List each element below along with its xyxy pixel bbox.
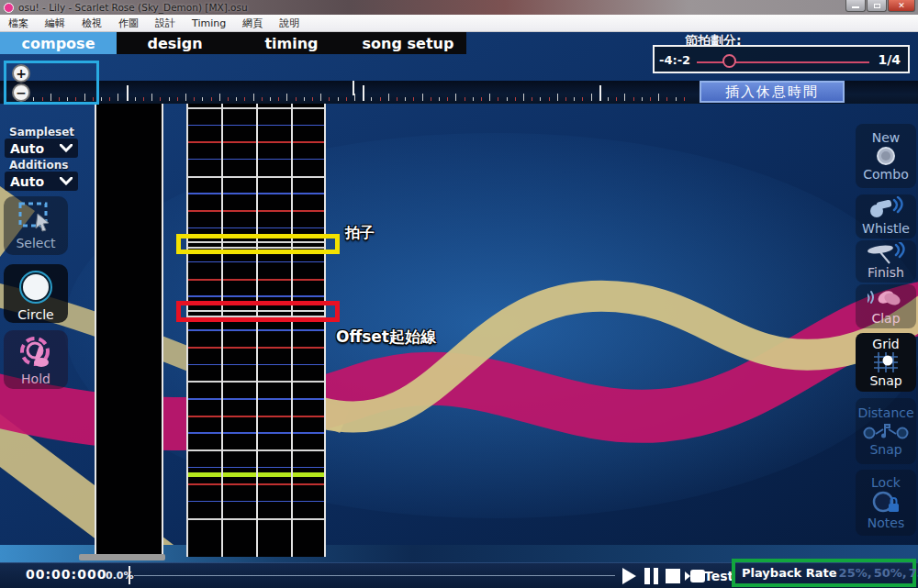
lock-notes-button[interactable]: Lock Notes bbox=[856, 470, 916, 536]
menu-help[interactable]: 說明 bbox=[279, 17, 299, 30]
ruler-tick bbox=[143, 97, 144, 101]
menu-file[interactable]: 檔案 bbox=[8, 17, 28, 30]
ruler-tick bbox=[565, 97, 566, 101]
menu-edit[interactable]: 編輯 bbox=[45, 17, 65, 30]
zoom-highlight-box bbox=[4, 61, 99, 105]
seek-bar[interactable] bbox=[134, 575, 615, 576]
mania-playfield[interactable] bbox=[95, 104, 163, 557]
menu-compose[interactable]: 作圖 bbox=[118, 17, 139, 30]
new-combo-label-top: New bbox=[872, 129, 901, 146]
grid-snap-label-top: Grid bbox=[872, 336, 899, 352]
chevron-down-icon bbox=[60, 144, 73, 152]
ruler-tick bbox=[219, 94, 220, 101]
offset-annotation: Offset起始線 bbox=[336, 327, 436, 348]
ruler-tick bbox=[127, 85, 129, 101]
beat-snap-value: 1/4 bbox=[878, 52, 901, 67]
ruler-tick bbox=[397, 97, 397, 101]
stop-button[interactable] bbox=[666, 569, 680, 583]
pause-button[interactable] bbox=[644, 568, 658, 584]
new-combo-icon bbox=[876, 146, 896, 166]
finish-button[interactable]: Finish bbox=[856, 240, 916, 283]
osu-logo-icon bbox=[4, 3, 14, 13]
sampleset-dropdown[interactable]: Auto bbox=[5, 139, 78, 158]
ruler-tick bbox=[346, 97, 347, 101]
menu-timing[interactable]: Timing bbox=[192, 17, 226, 29]
playback-rate-75[interactable]: 75% bbox=[909, 566, 918, 580]
playback-rate-50[interactable]: 50% bbox=[874, 566, 907, 580]
tab-timing[interactable]: timing bbox=[233, 32, 350, 54]
ruler-tick bbox=[549, 97, 550, 101]
ruler-tick bbox=[253, 94, 254, 101]
ruler-tick bbox=[473, 97, 474, 101]
grid-snap-icon bbox=[874, 352, 898, 372]
menu-design[interactable]: 設計 bbox=[155, 17, 175, 30]
clap-button[interactable]: Clap bbox=[856, 284, 916, 328]
beat-snap-divisor: -4:-2 1/4 bbox=[653, 45, 910, 73]
ruler-tick bbox=[650, 97, 651, 101]
playfield-scrollbar[interactable] bbox=[79, 554, 165, 560]
whistle-button[interactable]: Whistle bbox=[856, 194, 916, 239]
circle-tool-button[interactable]: Circle bbox=[4, 264, 68, 323]
ruler-tick bbox=[422, 94, 423, 101]
ruler-tick bbox=[135, 97, 136, 101]
ruler-tick bbox=[489, 94, 490, 101]
minimize-button[interactable] bbox=[845, 0, 866, 12]
lock-notes-label-top: Lock bbox=[871, 474, 901, 491]
column-separator bbox=[186, 104, 188, 557]
select-tool-button[interactable]: Select bbox=[4, 196, 68, 255]
sampleset-label: Sampleset bbox=[9, 126, 74, 139]
playback-rate-25[interactable]: 25% bbox=[839, 566, 872, 580]
insert-break-button[interactable]: 插入休息時間 bbox=[700, 81, 845, 103]
lock-notes-icon bbox=[870, 491, 901, 515]
ruler-tick bbox=[455, 94, 456, 101]
ruler-tick bbox=[481, 97, 482, 101]
editor-timeline-grid[interactable] bbox=[186, 104, 326, 557]
menu-web[interactable]: 網頁 bbox=[242, 17, 263, 30]
lock-notes-label-bottom: Notes bbox=[868, 515, 904, 531]
ruler-tick bbox=[684, 97, 685, 101]
tab-compose[interactable]: compose bbox=[0, 32, 117, 54]
select-icon bbox=[17, 201, 54, 234]
ruler-tick bbox=[312, 97, 313, 101]
maximize-button[interactable] bbox=[867, 0, 887, 12]
ruler-tick bbox=[363, 85, 364, 101]
ruler-tick bbox=[599, 85, 601, 101]
ruler-tick bbox=[109, 97, 110, 101]
beat-snap-slider-knob[interactable] bbox=[722, 54, 736, 68]
ruler-tick bbox=[320, 94, 321, 101]
minimize-icon bbox=[852, 6, 859, 8]
close-icon: ✕ bbox=[898, 2, 905, 10]
whistle-label: Whistle bbox=[862, 220, 910, 237]
ruler-tick bbox=[413, 97, 414, 101]
menu-view[interactable]: 檢視 bbox=[82, 17, 102, 30]
close-button[interactable]: ✕ bbox=[888, 0, 915, 12]
chevron-down-icon bbox=[60, 177, 73, 185]
distance-snap-button[interactable]: Distance Snap bbox=[856, 398, 916, 464]
ruler-tick bbox=[523, 94, 524, 101]
column-separator bbox=[221, 104, 223, 557]
ruler-tick bbox=[169, 97, 170, 101]
hold-tool-button[interactable]: Hold bbox=[4, 330, 68, 389]
ruler-tick bbox=[185, 94, 186, 101]
ruler-tick bbox=[591, 94, 592, 101]
titlebar: osu! - Lily - Scarlet Rose (Sky_Demon) [… bbox=[0, 0, 918, 15]
additions-dropdown[interactable]: Auto bbox=[5, 172, 78, 191]
grid-snap-button[interactable]: Grid Snap bbox=[856, 333, 916, 392]
new-combo-button[interactable]: New Combo bbox=[856, 124, 916, 188]
ruler-tick bbox=[557, 94, 558, 101]
ruler-tick bbox=[354, 94, 355, 101]
distance-snap-icon bbox=[863, 421, 909, 441]
play-button[interactable] bbox=[622, 568, 636, 584]
test-button[interactable]: Test bbox=[704, 569, 733, 583]
tab-song-setup[interactable]: song setup bbox=[350, 32, 466, 54]
circle-icon bbox=[17, 269, 55, 305]
select-tool-label: Select bbox=[16, 236, 55, 250]
editor-tab-bar: compose design timing song setup bbox=[0, 32, 466, 54]
tab-design[interactable]: design bbox=[117, 32, 233, 54]
ruler-tick bbox=[118, 94, 118, 101]
test-camera-icon[interactable] bbox=[685, 569, 705, 583]
maximize-icon bbox=[874, 4, 880, 8]
ruler-tick bbox=[582, 97, 583, 101]
ruler-tick bbox=[228, 97, 229, 101]
ruler-tick bbox=[388, 94, 389, 101]
